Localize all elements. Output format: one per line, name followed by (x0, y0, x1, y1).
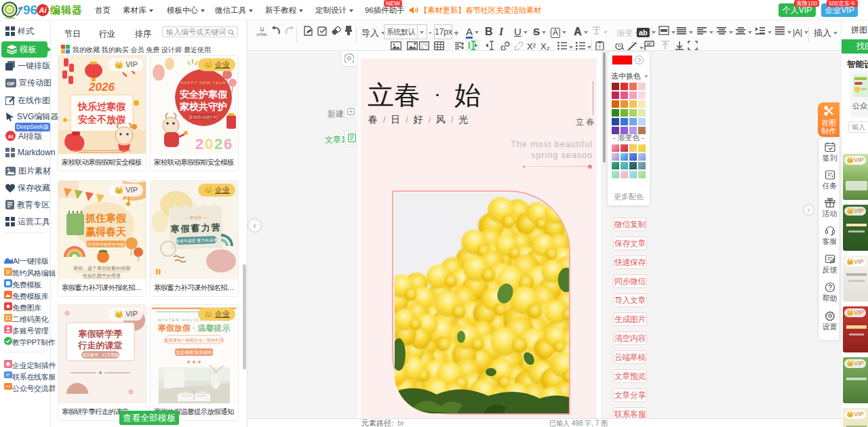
svg-text:寒假蓄力营: 寒假蓄力营 (170, 222, 221, 235)
svg-text:放假通知 / 假期安全 / 返校时间: 放假通知 / 假期安全 / 返校时间 (164, 338, 224, 343)
svg-text:陪千万学子的学生与家长: 陪千万学子的学生与家长 (83, 242, 128, 247)
svg-text:快乐过寒假: 快乐过寒假 (77, 101, 126, 112)
svg-text:赢得春天: 赢得春天 (85, 226, 127, 237)
svg-text:寒假，这个看似短暂的假期: 寒假，这个看似短暂的假期 (73, 266, 130, 271)
svg-text:家校联动进行时: 家校联动进行时 (189, 115, 218, 120)
svg-text:抓住寒假: 抓住寒假 (85, 212, 127, 224)
svg-text:2026: 2026 (88, 81, 115, 94)
svg-text:HAPPY NEW YEAR: HAPPY NEW YEAR (180, 81, 226, 85)
svg-text:2: 2 (195, 136, 203, 152)
svg-text:立足假期 快乐成长: 立足假期 快乐成长 (176, 350, 212, 355)
svg-text:Ω: Ω (260, 26, 264, 33)
svg-text:— 寒假班 —: — 寒假班 — (184, 215, 208, 220)
svg-text:AI: AI (8, 134, 14, 140)
svg-text:寒假研学季: 寒假研学季 (78, 329, 123, 339)
svg-text:寒假放假 · 温馨提示: 寒假放假 · 温馨提示 (158, 323, 231, 333)
svg-text:读万卷书、行万里路: 读万卷书、行万里路 (82, 352, 119, 358)
svg-text:S: S (617, 42, 620, 48)
svg-text:恰如长跑中的弯道: 恰如长跑中的弯道 (82, 272, 121, 279)
svg-text:安全护寒假: 安全护寒假 (180, 89, 228, 100)
svg-text:HTML: HTML (256, 33, 268, 37)
svg-text:0: 0 (205, 136, 213, 152)
svg-text:家校共守护: 家校共守护 (180, 101, 227, 112)
svg-text:行走的课堂: 行走的课堂 (78, 340, 123, 350)
svg-text:GIF: GIF (7, 81, 15, 86)
svg-text:T: T (598, 45, 601, 49)
svg-text:2: 2 (214, 136, 222, 152)
svg-text:6: 6 (224, 136, 232, 152)
